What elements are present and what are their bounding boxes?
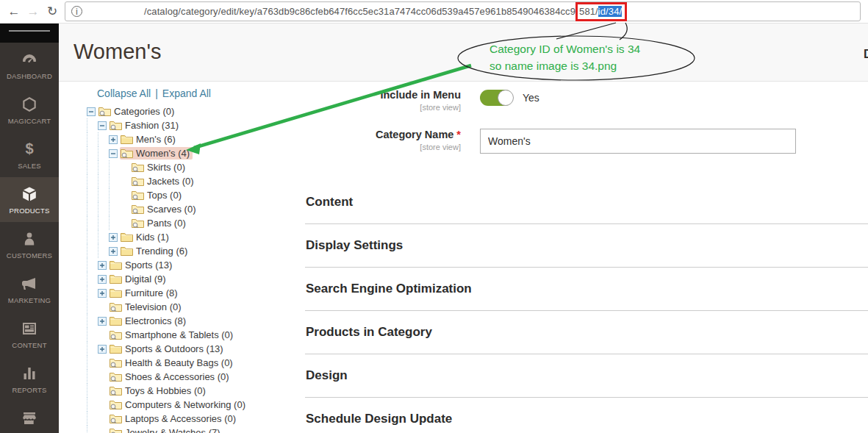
expander-placeholder: [120, 219, 131, 228]
sidebar-item-customers[interactable]: CUSTOMERS: [0, 222, 59, 267]
tree-node[interactable]: Categories (0): [87, 104, 305, 118]
tree-node[interactable]: Fashion (31): [87, 118, 305, 132]
sidebar-item-marketing[interactable]: MARKETING: [0, 267, 59, 312]
required-asterisk: *: [456, 129, 461, 140]
plus-expander-icon[interactable]: [98, 345, 109, 354]
folder-icon: [110, 274, 125, 284]
tree-indent: [87, 174, 98, 188]
sidebar-item-products[interactable]: PRODUCTS: [0, 177, 59, 222]
back-icon[interactable]: ←: [4, 4, 24, 19]
section-design[interactable]: Design: [305, 354, 868, 398]
tree-indent: [98, 202, 109, 216]
tree-node-label: Men's (6): [136, 134, 176, 145]
section-products-in-category[interactable]: Products in Category: [305, 311, 868, 354]
tree-node-label: Jewelry & Watches (7): [125, 427, 220, 433]
tree-node[interactable]: Jackets (0): [87, 174, 305, 188]
category-tree-panel: Collapse All|Expand All Categories (0)Fa…: [59, 82, 305, 433]
section-content[interactable]: Content: [305, 181, 868, 224]
plus-expander-icon[interactable]: [98, 275, 109, 284]
tree-node[interactable]: Electronics (8): [87, 314, 305, 328]
url-text[interactable]: /catalog/category/edit/key/a763db9c86cfe…: [144, 6, 627, 17]
collapse-all-link[interactable]: Collapse All: [97, 87, 151, 99]
tree-node[interactable]: Sports & Outdoors (13): [87, 342, 305, 356]
expander-placeholder: [98, 359, 109, 368]
address-bar[interactable]: i /catalog/category/edit/key/a763db9c86c…: [65, 1, 861, 21]
red-annotation-box: 581/id/34/: [575, 2, 627, 21]
folder-icon: [110, 330, 125, 340]
plus-expander-icon[interactable]: [109, 135, 120, 144]
page-info-icon[interactable]: i: [71, 6, 82, 17]
minus-expander-icon[interactable]: [98, 121, 109, 130]
reload-icon[interactable]: ↻: [43, 4, 62, 19]
folder-icon: [110, 414, 125, 423]
folder-icon: [121, 232, 136, 242]
tree-node[interactable]: Computers & Networking (0): [87, 398, 305, 412]
sidebar-item-reports[interactable]: REPORTS: [0, 357, 59, 401]
tree-node-label: Health & Beauty Bags (0): [125, 357, 233, 368]
category-name-scope: [store view]: [305, 143, 461, 151]
tree-node[interactable]: Women's (4): [87, 146, 305, 160]
tree-indent: [87, 244, 98, 258]
tree-node-label: Scarves (0): [147, 204, 196, 215]
sidebar-item-content[interactable]: CONTENT: [0, 312, 59, 357]
tree-indent: [98, 132, 109, 146]
toggle-knob: [498, 90, 514, 106]
folder-icon: [132, 162, 147, 172]
expander-placeholder: [98, 401, 109, 409]
folder-icon: [110, 358, 125, 368]
tree-node[interactable]: Furniture (8): [87, 286, 305, 300]
tree-node[interactable]: Shoes & Accessories (0): [87, 370, 305, 384]
tree-node[interactable]: Pants (0): [87, 216, 305, 230]
tree-node[interactable]: Kids (1): [87, 230, 305, 244]
tree-indent: [109, 160, 120, 174]
include-in-menu-toggle[interactable]: [480, 90, 513, 106]
tree-node[interactable]: Television (0): [87, 300, 305, 314]
tree-node-label: Furniture (8): [125, 287, 178, 298]
plus-expander-icon[interactable]: [109, 233, 120, 242]
include-in-menu-value: Yes: [523, 92, 539, 104]
admin-logo[interactable]: [0, 24, 59, 43]
folder-icon: [132, 204, 147, 214]
tree-node-label: Fashion (31): [125, 120, 179, 131]
url-selected-text: id/34/: [598, 6, 622, 17]
plus-expander-icon[interactable]: [98, 317, 109, 326]
tree-node[interactable]: Trending (6): [87, 244, 305, 258]
category-name-input[interactable]: [480, 129, 796, 154]
sidebar-item-stores[interactable]: STORES: [0, 401, 59, 433]
sidebar-item-sales[interactable]: $SALES: [0, 132, 59, 177]
expand-all-link[interactable]: Expand All: [162, 87, 211, 99]
sidebar-item-magiccart[interactable]: MAGICCART: [0, 87, 59, 132]
section-display-settings[interactable]: Display Settings: [305, 224, 868, 268]
admin-sidebar: DASHBOARDMAGICCART$SALESPRODUCTSCUSTOMER…: [0, 24, 59, 433]
tree-node-label: Sports & Outdoors (13): [125, 343, 223, 354]
tree-indent: [109, 174, 120, 188]
tree-node[interactable]: Scarves (0): [87, 202, 305, 216]
folder-icon: [110, 288, 125, 298]
section-schedule-design-update[interactable]: Schedule Design Update: [305, 398, 868, 433]
screen: { "browser": { "url_prefix": "/catalog/c…: [0, 0, 868, 433]
minus-expander-icon[interactable]: [109, 149, 120, 158]
plus-expander-icon[interactable]: [98, 289, 109, 298]
folder-icon: [110, 302, 125, 312]
sidebar-item-dashboard[interactable]: DASHBOARD: [0, 43, 59, 87]
tree-node[interactable]: Jewelry & Watches (7): [87, 426, 305, 433]
forward-icon[interactable]: →: [24, 4, 43, 19]
tree-node[interactable]: Tops (0): [87, 188, 305, 202]
tree-node[interactable]: Men's (6): [87, 132, 305, 146]
expander-placeholder: [120, 205, 131, 214]
tree-node[interactable]: Smartphone & Tablets (0): [87, 328, 305, 342]
tree-node[interactable]: Health & Beauty Bags (0): [87, 356, 305, 370]
tree-node-label: Skirts (0): [147, 162, 185, 173]
plus-expander-icon[interactable]: [109, 247, 120, 256]
section-search-engine-optimization[interactable]: Search Engine Optimization: [305, 268, 868, 311]
tree-node[interactable]: Skirts (0): [87, 160, 305, 174]
marketing-icon: [21, 275, 38, 293]
tree-node[interactable]: Toys & Hobbies (0): [87, 384, 305, 398]
tree-node[interactable]: Sports (13): [87, 258, 305, 272]
tree-node[interactable]: Digital (9): [87, 272, 305, 286]
plus-expander-icon[interactable]: [98, 261, 109, 270]
tree-indent: [87, 426, 98, 433]
tree-node[interactable]: Laptops & Accessories (0): [87, 412, 305, 426]
sidebar-item-label: CUSTOMERS: [7, 251, 52, 260]
minus-expander-icon[interactable]: [87, 107, 98, 116]
